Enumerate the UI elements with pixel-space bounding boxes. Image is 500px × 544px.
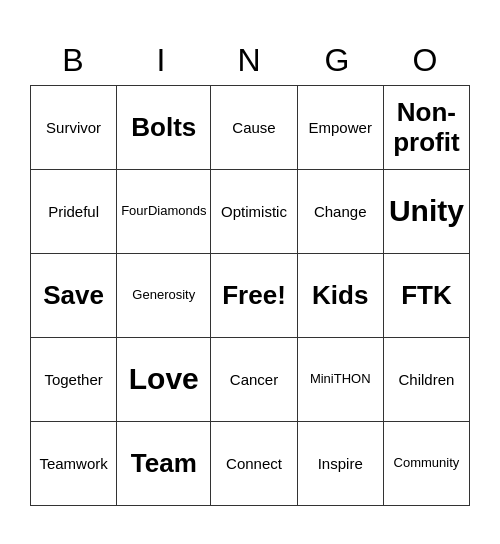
cell-text-3-3: MiniTHON bbox=[310, 372, 371, 387]
header-letter-G: G bbox=[294, 38, 382, 83]
header-letter-B: B bbox=[30, 38, 118, 83]
cell-text-0-0: Survivor bbox=[46, 119, 101, 136]
bingo-cell-4-2[interactable]: Connect bbox=[211, 422, 297, 506]
cell-text-4-3: Inspire bbox=[318, 455, 363, 472]
cell-text-0-1: Bolts bbox=[131, 113, 196, 143]
cell-text-0-2: Cause bbox=[232, 119, 275, 136]
bingo-cell-1-0[interactable]: Prideful bbox=[31, 170, 117, 254]
bingo-cell-0-0[interactable]: Survivor bbox=[31, 86, 117, 170]
cell-text-1-1: FourDiamonds bbox=[121, 204, 206, 219]
bingo-cell-1-3[interactable]: Change bbox=[298, 170, 384, 254]
cell-text-1-0: Prideful bbox=[48, 203, 99, 220]
cell-text-0-3: Empower bbox=[309, 119, 372, 136]
cell-text-2-0: Save bbox=[43, 281, 104, 311]
header-letter-O: O bbox=[382, 38, 470, 83]
cell-text-4-0: Teamwork bbox=[39, 455, 107, 472]
bingo-header: BINGO bbox=[30, 38, 470, 83]
bingo-cell-1-2[interactable]: Optimistic bbox=[211, 170, 297, 254]
bingo-cell-0-1[interactable]: Bolts bbox=[117, 86, 211, 170]
bingo-cell-2-3[interactable]: Kids bbox=[298, 254, 384, 338]
bingo-cell-2-1[interactable]: Generosity bbox=[117, 254, 211, 338]
cell-text-2-3: Kids bbox=[312, 281, 368, 311]
bingo-card: BINGO SurvivorBoltsCauseEmpowerNon-profi… bbox=[20, 28, 480, 516]
bingo-cell-3-3[interactable]: MiniTHON bbox=[298, 338, 384, 422]
bingo-grid: SurvivorBoltsCauseEmpowerNon-profitPride… bbox=[30, 85, 470, 506]
bingo-cell-1-1[interactable]: FourDiamonds bbox=[117, 170, 211, 254]
bingo-cell-0-4[interactable]: Non-profit bbox=[384, 86, 470, 170]
bingo-cell-2-2[interactable]: Free! bbox=[211, 254, 297, 338]
cell-text-1-2: Optimistic bbox=[221, 203, 287, 220]
cell-text-3-1: Love bbox=[129, 362, 199, 397]
bingo-cell-2-0[interactable]: Save bbox=[31, 254, 117, 338]
bingo-cell-0-2[interactable]: Cause bbox=[211, 86, 297, 170]
cell-text-3-0: Together bbox=[44, 371, 102, 388]
cell-text-0-4: Non-profit bbox=[388, 98, 465, 158]
bingo-cell-3-1[interactable]: Love bbox=[117, 338, 211, 422]
bingo-cell-4-1[interactable]: Team bbox=[117, 422, 211, 506]
cell-text-4-2: Connect bbox=[226, 455, 282, 472]
cell-text-3-2: Cancer bbox=[230, 371, 278, 388]
cell-text-1-4: Unity bbox=[389, 194, 464, 229]
cell-text-3-4: Children bbox=[398, 371, 454, 388]
header-letter-I: I bbox=[118, 38, 206, 83]
bingo-cell-4-0[interactable]: Teamwork bbox=[31, 422, 117, 506]
cell-text-4-1: Team bbox=[131, 449, 197, 479]
cell-text-2-2: Free! bbox=[222, 281, 286, 311]
bingo-cell-3-0[interactable]: Together bbox=[31, 338, 117, 422]
bingo-cell-3-4[interactable]: Children bbox=[384, 338, 470, 422]
bingo-cell-2-4[interactable]: FTK bbox=[384, 254, 470, 338]
cell-text-4-4: Community bbox=[394, 456, 460, 471]
bingo-cell-1-4[interactable]: Unity bbox=[384, 170, 470, 254]
cell-text-1-3: Change bbox=[314, 203, 367, 220]
header-letter-N: N bbox=[206, 38, 294, 83]
bingo-cell-3-2[interactable]: Cancer bbox=[211, 338, 297, 422]
bingo-cell-0-3[interactable]: Empower bbox=[298, 86, 384, 170]
bingo-cell-4-4[interactable]: Community bbox=[384, 422, 470, 506]
bingo-cell-4-3[interactable]: Inspire bbox=[298, 422, 384, 506]
cell-text-2-4: FTK bbox=[401, 281, 452, 311]
cell-text-2-1: Generosity bbox=[132, 288, 195, 303]
